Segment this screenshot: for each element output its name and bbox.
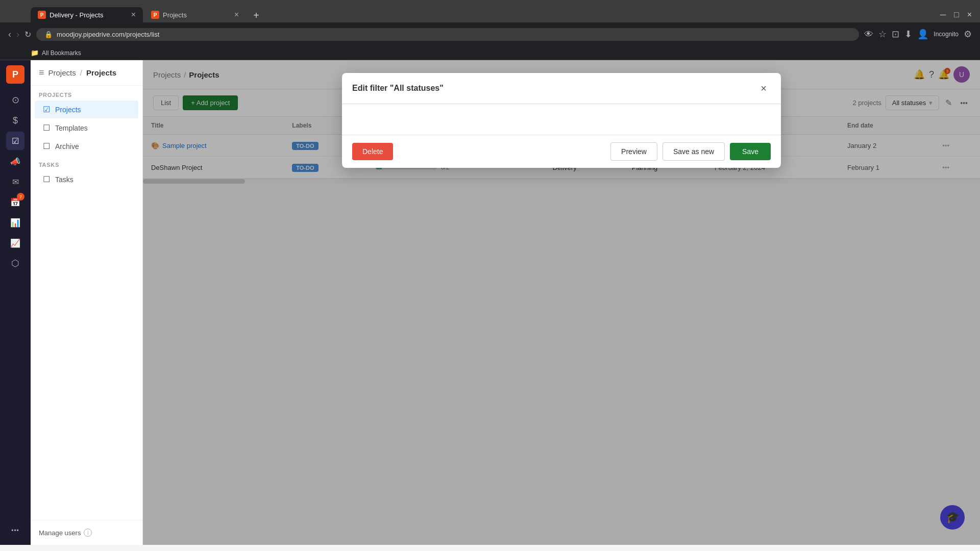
back-button[interactable]: ‹ [8,29,11,40]
modal-close-button[interactable]: × [756,81,771,95]
main-content: Projects / Projects 🔔 ? 🔔 3 U List + Add… [143,60,980,545]
info-icon: i [84,529,92,537]
bookmarks-label: All Bookmarks [42,49,81,57]
tasks-nav-icon: ☐ [43,174,50,184]
download-icon[interactable]: ⬇ [904,29,912,40]
sidebar-item-tasks[interactable]: ☐ Tasks [35,170,138,188]
sidebar-toggle-icon[interactable]: ≡ [39,67,44,78]
tab-2[interactable]: P Projects × [144,7,246,22]
tab-favicon-1: P [38,11,46,19]
sidebar-icon-chart[interactable]: 📊 [6,213,24,232]
sidebar-section-label-projects: PROJECTS [31,86,142,100]
sidebar-icon-home[interactable]: ⊙ [6,91,24,109]
sidebar-footer: Manage users i [31,520,142,545]
projects-nav-icon: ☑ [43,105,50,114]
modal-header: Edit filter "All statuses" × [342,73,781,104]
preview-button[interactable]: Preview [610,142,657,161]
new-tab-button[interactable]: + [249,8,263,22]
sidebar-item-archive[interactable]: ☐ Archive [35,137,138,155]
archive-nav-icon: ☐ [43,141,50,151]
save-as-new-button[interactable]: Save as new [663,142,725,161]
url-text: moodjoy.pipedrive.com/projects/list [57,31,159,38]
sidebar-breadcrumb-current: Projects [86,68,116,77]
sidebar-icon-calendar[interactable]: 📅 7 [6,193,24,211]
tasks-nav-label: Tasks [55,176,74,184]
templates-nav-icon: ☐ [43,123,50,133]
sidebar-icon-dollar[interactable]: $ [6,111,24,130]
maximize-icon[interactable]: □ [954,10,959,19]
sidebar-icon-trending[interactable]: 📈 [6,234,24,252]
close-icon[interactable]: × [967,10,972,19]
sidebar-breadcrumb-root: Projects [48,68,76,77]
eye-slash-icon: 👁 [864,29,873,40]
manage-users-link[interactable]: Manage users i [39,529,134,537]
app-logo[interactable]: P [6,65,24,84]
minimize-icon[interactable]: ─ [940,10,946,19]
cast-icon[interactable]: ⊡ [892,29,899,40]
sidebar-icon-mail[interactable]: ✉ [6,172,24,191]
modal-title: Edit filter "All statuses" [352,84,444,93]
lock-icon: 🔒 [44,31,53,38]
sidebar-section-label-tasks: TASKS [31,156,142,170]
incognito-label: Incognito [934,31,959,38]
calendar-badge: 7 [17,193,24,201]
projects-nav-label: Projects [55,106,81,114]
tab-bar: P Delivery - Projects × P Projects × + ─… [0,0,980,22]
star-icon[interactable]: ☆ [878,29,887,40]
reload-button[interactable]: ↻ [24,30,31,39]
sidebar-item-templates[interactable]: ☐ Templates [35,119,138,137]
tab-title-2: Projects [163,11,231,19]
address-bar[interactable]: 🔒 moodjoy.pipedrive.com/projects/list [36,28,859,41]
profile-icon[interactable]: 👤 [917,29,928,40]
edit-filter-modal: Edit filter "All statuses" × Delete Prev… [342,73,781,168]
sidebar-icon-more[interactable]: ••• [6,521,24,540]
icon-sidebar: P ⊙ $ ☑ 📣 ✉ 📅 7 📊 📈 ⬡ ••• [0,60,31,545]
app-container: P ⊙ $ ☑ 📣 ✉ 📅 7 📊 📈 ⬡ ••• ≡ Projects / P… [0,60,980,545]
archive-nav-label: Archive [55,142,79,151]
delete-button[interactable]: Delete [352,143,393,160]
tab-close-2[interactable]: × [234,11,239,19]
sidebar-icon-projects[interactable]: ☑ [6,132,24,150]
tab-favicon-2: P [151,11,159,19]
bookmarks-folder-icon: 📁 [31,49,39,57]
sidebar-breadcrumb-sep: / [80,68,82,77]
sidebar-icon-box[interactable]: ⬡ [6,254,24,272]
templates-nav-label: Templates [55,124,88,132]
sidebar-section-projects: PROJECTS ☑ Projects ☐ Templates ☐ Archiv… [31,86,142,156]
modal-body [342,104,781,135]
sidebar-section-tasks: TASKS ☐ Tasks [31,156,142,189]
extensions-icon[interactable]: ⚙ [964,29,972,40]
browser-chrome: P Delivery - Projects × P Projects × + ─… [0,0,980,60]
sidebar-icon-megaphone[interactable]: 📣 [6,152,24,170]
tab-1[interactable]: P Delivery - Projects × [31,7,143,22]
sidebar-header: ≡ Projects / Projects [31,60,142,86]
save-button[interactable]: Save [730,143,771,160]
address-bar-row: ‹ › ↻ 🔒 moodjoy.pipedrive.com/projects/l… [0,22,980,46]
nav-sidebar: ≡ Projects / Projects PROJECTS ☑ Project… [31,60,143,545]
modal-footer: Delete Preview Save as new Save [342,135,781,168]
tab-close-1[interactable]: × [131,11,136,19]
forward-button[interactable]: › [16,29,19,40]
tab-title-1: Delivery - Projects [50,11,128,19]
sidebar-item-projects[interactable]: ☑ Projects [35,101,138,118]
window-controls: ─ □ × [932,10,980,22]
bookmarks-bar: 📁 All Bookmarks [0,46,980,60]
manage-users-label: Manage users [39,529,81,537]
